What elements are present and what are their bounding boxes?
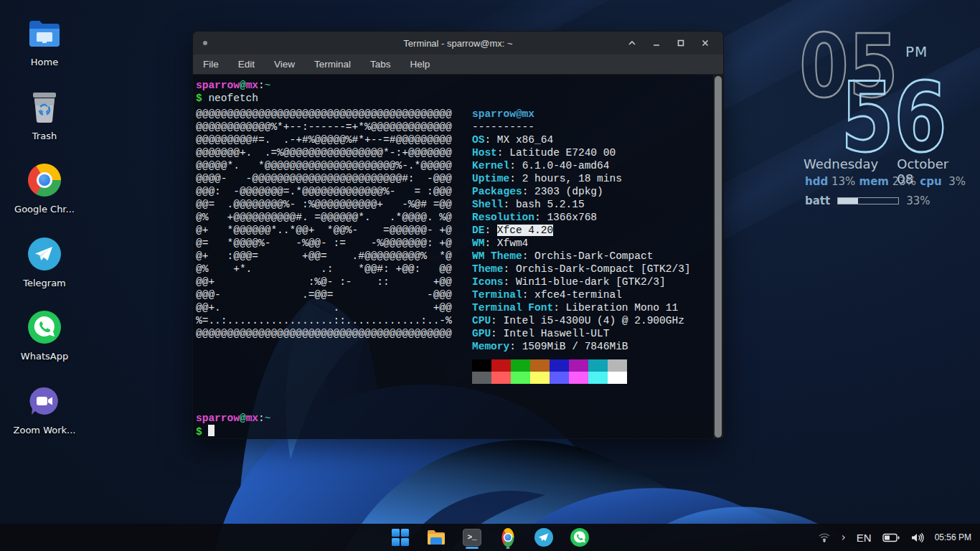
terminal-scrollbar[interactable] [713,75,723,439]
taskbar-clock[interactable]: 05:56 PM [935,532,974,542]
neofetch-field-label: WM [472,237,484,249]
menu-tabs[interactable]: Tabs [370,59,391,70]
window-controls [620,32,717,55]
neofetch-field-label: Uptime [472,173,509,184]
neofetch-field-value: Xfwm4 [497,237,529,249]
neofetch-field-label: Icons [472,276,504,288]
palette-swatch [569,372,588,384]
telegram-task-button[interactable] [533,525,555,550]
palette-swatch [608,372,627,384]
whatsapp-icon [570,528,589,547]
system-tray: › EN 05:56 PM [818,524,974,551]
neofetch-field-value: Orchis-Dark-Compact [GTK2/3] [516,263,691,275]
menu-terminal[interactable]: Terminal [314,59,351,70]
desktop-icon-label: Home [31,57,58,67]
chrome-icon [27,163,62,197]
neofetch-field-separator: : [534,212,547,223]
wifi-icon[interactable] [818,532,831,542]
neofetch-field-value: 1509MiB / 7846MiB [522,341,628,352]
scrollbar-thumb[interactable] [715,76,722,438]
neofetch-field-value: xfce4-terminal [534,289,622,301]
neofetch-field-label: Packages [472,186,522,197]
battery-value: 33% [906,194,930,207]
window-titlebar[interactable]: Terminal - sparrow@mx: ~ [193,32,723,55]
zoom-icon [27,384,62,418]
neofetch-field-value: 980x551 [547,212,597,223]
neofetch-field: Uptime: 2 hours, 18 mins [472,172,691,185]
desktop-icon-telegram[interactable]: Telegram [10,228,79,302]
neofetch-field: WM Theme: Orchis-Dark-Compact [472,250,691,263]
neofetch-info: sparrow@mx ---------- OS: MX x86_64Host:… [472,108,691,353]
palette-swatch [550,372,569,384]
desktop-icon-whatsapp[interactable]: WhatsApp [10,301,79,375]
battery-bar [837,197,899,204]
prompt-line: sparrow@mx:~ [196,412,270,425]
terminal-task-button[interactable]: >_ [461,525,483,550]
neofetch-field-separator: : [509,160,522,171]
tray-expand-chevron[interactable]: › [842,531,846,544]
language-indicator[interactable]: EN [857,532,872,544]
terminal-menubar: File Edit View Terminal Tabs Help [193,55,723,75]
desktop-icon-chrome[interactable]: Google Chr... [10,154,79,228]
window-icon-dot [203,41,207,45]
terminal-color-palette [472,359,627,384]
neofetch-field: Kernel: 6.1.0-40-amd64 [472,159,691,172]
chrome-task-button[interactable] [497,525,519,550]
neofetch-field-value: Win11-blue-dark [GTK2/3] [516,276,666,288]
desktop-icon-zoom[interactable]: Zoom Work... [10,375,79,449]
desktop-screen: Home Trash Google [0,0,980,551]
chevron-up-icon [628,39,636,47]
palette-swatch [491,372,511,384]
neofetch-field: WM: Xfwm4 [472,237,691,250]
neofetch-field: CPU: Intel i5-4300U (4) @ 2.900GHz [472,314,691,327]
taskbar: >_ [0,524,980,551]
neofetch-field-separator: : [509,341,522,352]
desktop-icon-label: WhatsApp [21,351,68,362]
palette-swatch [472,372,491,384]
neofetch-field: GPU: Intel Haswell-ULT [472,327,691,340]
shade-button[interactable] [620,32,644,55]
neofetch-field-label: CPU [472,315,491,326]
desktop-icon-label: Zoom Work... [14,425,76,435]
whatsapp-task-button[interactable] [569,525,590,550]
system-stats: hdd 13% mem 23% cpu 3% [805,175,966,188]
chrome-icon [501,528,514,547]
menu-view[interactable]: View [274,59,295,70]
palette-swatch [608,359,627,372]
close-icon [701,39,710,47]
neofetch-field-separator: : [522,250,534,262]
neofetch-field-label: Kernel [472,160,509,171]
neofetch-field-separator: : [522,186,534,197]
terminal-content[interactable]: sparrow@mx:~ $ neofetch @@@@@@@@@@@@@@@@… [193,75,723,439]
neofetch-field-value: Xfce 4.20 [497,225,553,236]
command-line: $ neofetch [196,92,258,105]
neofetch-field-label: Terminal Font [472,302,553,314]
volume-icon[interactable] [910,532,924,543]
menu-file[interactable]: File [203,59,219,70]
file-manager-button[interactable] [425,525,447,550]
neofetch-field-separator: : [522,289,534,301]
palette-swatch [491,359,511,372]
neofetch-field-label: Host [472,147,497,159]
neofetch-field: Theme: Orchis-Dark-Compact [GTK2/3] [472,263,691,276]
menu-help[interactable]: Help [410,59,430,70]
clock-widget: 05 56 PM Wednesday October 08 hdd 13% me… [789,20,976,181]
minimize-button[interactable] [644,32,669,55]
terminal-window: Terminal - sparrow@mx: ~ File Edit View [192,31,724,439]
close-button[interactable] [693,32,717,55]
neofetch-field-value: 6.1.0-40-amd64 [522,160,610,171]
maximize-button[interactable] [669,32,693,55]
neofetch-field-value: Latitude E7240 00 [509,147,616,159]
neofetch-field-value: Orchis-Dark-Compact [534,250,653,262]
desktop-icon-trash[interactable]: Trash [10,81,79,155]
start-button[interactable] [390,525,411,550]
windows-start-icon [392,529,409,546]
neofetch-field-value: Intel Haswell-ULT [504,328,610,339]
telegram-icon [534,528,553,547]
neofetch-field-label: Terminal [472,289,522,301]
battery-icon[interactable] [882,533,900,542]
neofetch-field-separator: : [484,237,496,249]
desktop-icon-label: Telegram [23,278,66,288]
menu-edit[interactable]: Edit [238,59,255,70]
desktop-icon-home[interactable]: Home [10,7,79,81]
